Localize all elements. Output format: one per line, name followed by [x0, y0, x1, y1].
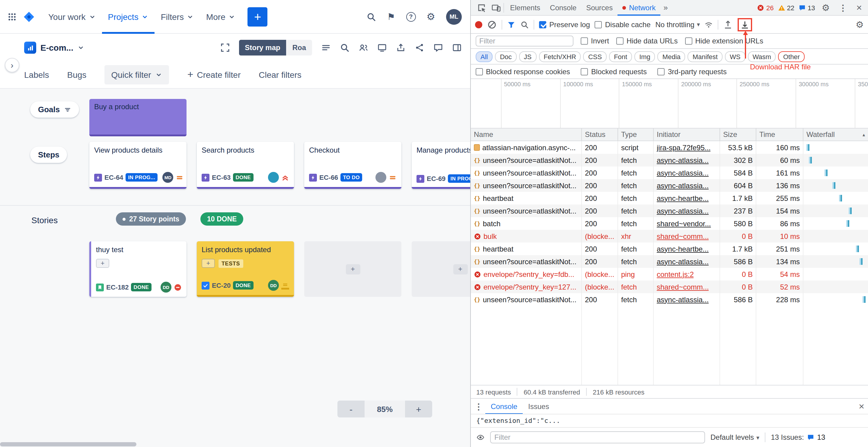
- share-icon[interactable]: [415, 43, 424, 53]
- hide-data-urls-checkbox[interactable]: Hide data URLs: [616, 37, 678, 45]
- type-filter-pill[interactable]: Fetch/XHR: [539, 51, 581, 62]
- clear-filters-button[interactable]: Clear filters: [259, 70, 302, 79]
- chevron-down-icon[interactable]: [78, 44, 85, 51]
- network-request-row[interactable]: {} unseen?source=atlaskitNot... 200 fetc…: [471, 166, 868, 179]
- zoom-out-button[interactable]: -: [337, 401, 365, 417]
- initiator-link[interactable]: async-heartbe...: [657, 245, 709, 253]
- type-filter-pill[interactable]: Media: [658, 51, 685, 62]
- preserve-log-checkbox[interactable]: Preserve log: [539, 20, 590, 29]
- network-request-row[interactable]: {} heartbeat 200 fetch async-heartbe... …: [471, 243, 868, 255]
- network-request-row[interactable]: {} unseen?source=atlaskitNot... 200 fetc…: [471, 293, 868, 306]
- network-request-row[interactable]: atlassian-navigation.async-... 200 scrip…: [471, 141, 868, 154]
- column-header-status[interactable]: Status: [582, 128, 618, 140]
- option-checkbox[interactable]: Blocked requests: [581, 67, 647, 76]
- help-icon[interactable]: ?: [406, 12, 415, 22]
- clear-network-log-icon[interactable]: [487, 20, 497, 29]
- quick-filter-button[interactable]: Quick filter: [104, 65, 169, 85]
- jira-logo-icon[interactable]: [23, 10, 35, 23]
- initiator-link[interactable]: shared~vendor...: [657, 219, 711, 228]
- step-card[interactable]: Checkout EC-66 TO DO: [304, 142, 401, 189]
- column-header-size[interactable]: Size: [720, 128, 756, 140]
- inspect-element-icon[interactable]: [477, 3, 487, 12]
- network-conditions-icon[interactable]: [705, 20, 713, 29]
- monitor-icon[interactable]: [377, 43, 387, 53]
- network-settings-icon[interactable]: ⚙: [856, 19, 864, 30]
- step-card[interactable]: Search products EC-63 DONE: [197, 142, 294, 189]
- initiator-link[interactable]: async-atlassia...: [657, 181, 709, 190]
- add-chip-button[interactable]: +: [96, 259, 109, 268]
- type-filter-pill[interactable]: Font: [609, 51, 632, 62]
- issues-count-badge[interactable]: 13: [799, 4, 815, 11]
- empty-card-slot[interactable]: +: [304, 241, 401, 297]
- download-har-button[interactable]: Download HAR file: [738, 18, 752, 31]
- assignee-avatar[interactable]: DD: [161, 282, 172, 293]
- nav-menu-item[interactable]: Projects: [102, 0, 155, 33]
- filter-toggle-icon[interactable]: [507, 20, 516, 29]
- import-har-button[interactable]: [723, 20, 733, 29]
- export-icon[interactable]: [396, 43, 406, 53]
- drawer-tab[interactable]: Issues: [523, 398, 554, 414]
- devtools-settings-icon[interactable]: ⚙: [822, 2, 830, 13]
- eye-icon[interactable]: [476, 433, 485, 442]
- goals-row-label[interactable]: Goals: [30, 101, 79, 118]
- network-filter-input[interactable]: [476, 36, 574, 46]
- initiator-link[interactable]: async-atlassia...: [657, 156, 709, 164]
- devtools-tab[interactable]: Sources: [581, 0, 618, 15]
- search-icon[interactable]: [520, 20, 529, 29]
- network-request-row[interactable]: {} batch 200 fetch shared~vendor... 580 …: [471, 217, 868, 230]
- panel-icon[interactable]: [452, 43, 462, 53]
- type-filter-pill[interactable]: Manifest: [688, 51, 722, 62]
- devtools-tab[interactable]: Console: [545, 0, 581, 15]
- zoom-in-button[interactable]: +: [405, 401, 432, 417]
- device-toolbar-icon[interactable]: [491, 3, 501, 12]
- project-avatar[interactable]: [24, 42, 36, 54]
- step-card[interactable]: Manage products EC-69 IN PROG...: [412, 142, 470, 189]
- app-switcher-icon[interactable]: [7, 12, 17, 22]
- throttling-select[interactable]: No throttling▾: [655, 20, 700, 29]
- story-card[interactable]: thuy test + EC-182 DONE DD: [89, 241, 187, 297]
- close-devtools-icon[interactable]: ×: [856, 2, 862, 13]
- drawer-menu-icon[interactable]: ⋮: [474, 402, 483, 411]
- goal-card[interactable]: Buy a product: [89, 99, 187, 136]
- create-filter-button[interactable]: + Create filter: [187, 70, 241, 79]
- close-drawer-icon[interactable]: ×: [859, 401, 864, 412]
- devtools-tab[interactable]: Elements: [505, 0, 545, 15]
- add-chip-button[interactable]: +: [202, 259, 215, 268]
- project-name[interactable]: E-com...: [40, 43, 73, 53]
- steps-row-label[interactable]: Steps: [30, 147, 67, 163]
- initiator-link[interactable]: async-atlassia...: [657, 206, 709, 215]
- network-request-row[interactable]: {} heartbeat 200 fetch async-heartbe... …: [471, 192, 868, 204]
- devtools-tab[interactable]: Network: [618, 0, 660, 15]
- type-filter-pill[interactable]: CSS: [583, 51, 607, 62]
- assignee-avatar[interactable]: DD: [268, 280, 279, 291]
- network-request-row[interactable]: {} unseen?source=atlaskitNot... 200 fetc…: [471, 179, 868, 192]
- notifications-icon[interactable]: ⚑: [387, 11, 395, 22]
- labels-filter[interactable]: Labels: [24, 70, 49, 79]
- issues-counter[interactable]: 13 Issues: 13: [771, 433, 825, 442]
- option-checkbox[interactable]: 3rd-party requests: [658, 67, 727, 76]
- column-header-time[interactable]: Time: [756, 128, 803, 140]
- drawer-tab[interactable]: Console: [485, 398, 523, 414]
- console-filter-input[interactable]: [490, 431, 705, 443]
- initiator-link[interactable]: shared~comm...: [657, 283, 709, 291]
- log-levels-select[interactable]: Default levels▾: [710, 433, 760, 442]
- type-filter-pill[interactable]: All: [476, 51, 493, 62]
- search-icon[interactable]: [340, 43, 349, 53]
- more-options-icon[interactable]: ⋮: [839, 3, 847, 12]
- type-filter-pill[interactable]: Wasm: [748, 51, 776, 62]
- list-view-icon[interactable]: [321, 43, 331, 53]
- view-tab[interactable]: Story map: [239, 40, 286, 56]
- search-icon[interactable]: [366, 12, 376, 22]
- option-checkbox[interactable]: Blocked response cookies: [476, 67, 570, 76]
- initiator-link[interactable]: content.js:2: [657, 270, 694, 278]
- add-card-button[interactable]: +: [453, 264, 467, 274]
- initiator-link[interactable]: async-atlassia...: [657, 257, 709, 266]
- step-card[interactable]: View products details EC-64 IN PROG... M…: [89, 142, 187, 189]
- assignee-avatar[interactable]: MD: [162, 172, 173, 183]
- initiator-link[interactable]: shared~comm...: [657, 232, 709, 241]
- column-header-name[interactable]: Name: [471, 128, 582, 140]
- nav-menu-item[interactable]: Filters: [155, 0, 200, 33]
- initiator-link[interactable]: async-heartbe...: [657, 194, 709, 202]
- nav-menu-item[interactable]: More: [200, 0, 242, 33]
- network-request-row[interactable]: bulk (blocke... xhr shared~comm... 0 B 1…: [471, 230, 868, 243]
